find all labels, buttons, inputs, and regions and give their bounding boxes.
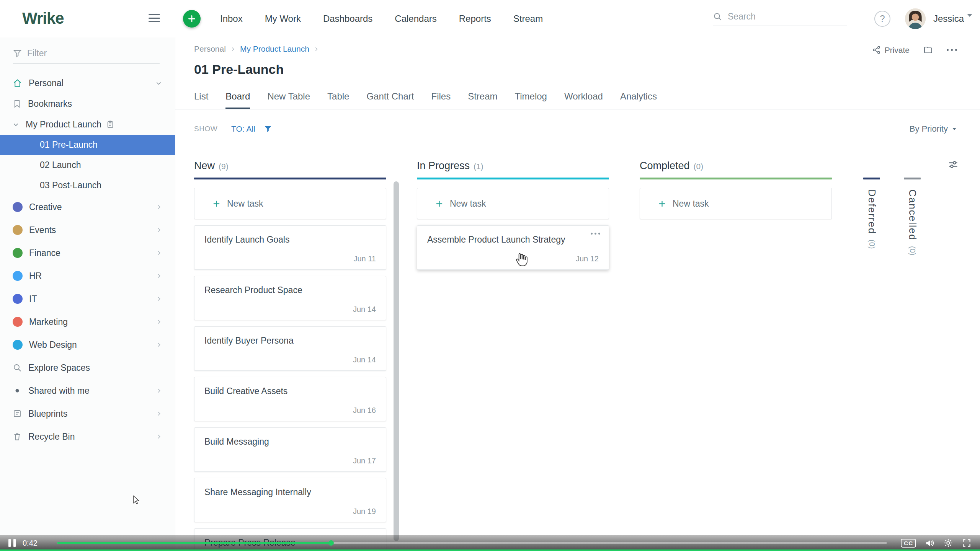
- tab-list[interactable]: List: [194, 91, 208, 109]
- tab-gantt-chart[interactable]: Gantt Chart: [366, 91, 414, 109]
- nav-item-stream[interactable]: Stream: [513, 13, 543, 24]
- board-column-new: New (9) New task Identify Launch Goals J…: [194, 160, 386, 551]
- task-card[interactable]: Identify Buyer Persona Jun 14: [194, 326, 386, 371]
- sort-by-priority-dropdown[interactable]: By Priority: [910, 124, 957, 134]
- nav-item-inbox[interactable]: Inbox: [220, 13, 243, 24]
- task-card[interactable]: Build Messaging Jun 17: [194, 427, 386, 472]
- column-color-bar: [863, 178, 880, 179]
- tab-workload[interactable]: Workload: [564, 91, 603, 109]
- add-button[interactable]: [183, 10, 201, 28]
- private-button[interactable]: Private: [872, 46, 910, 55]
- avatar-image: [905, 8, 926, 29]
- card-more-icon[interactable]: [591, 233, 600, 235]
- new-task-button[interactable]: New task: [640, 188, 832, 219]
- filter-icon: [13, 49, 22, 58]
- chevron-right-icon: [156, 319, 162, 325]
- task-card[interactable]: Research Product Space Jun 14: [194, 276, 386, 320]
- tab-timelog[interactable]: Timelog: [515, 91, 547, 109]
- sidebar-item-explore-spaces[interactable]: Explore Spaces: [0, 356, 175, 379]
- sidebar-item-personal[interactable]: Personal: [0, 73, 175, 93]
- sidebar-item-marketing[interactable]: Marketing: [0, 310, 175, 333]
- more-menu-button[interactable]: [947, 49, 957, 51]
- top-nav: Wrike Inbox My Work Dashboards Calendars…: [0, 0, 980, 37]
- breadcrumb-personal[interactable]: Personal: [194, 44, 226, 54]
- sidebar-item-creative[interactable]: Creative: [0, 196, 175, 218]
- nav-item-reports[interactable]: Reports: [459, 13, 491, 24]
- tab-analytics[interactable]: Analytics: [620, 91, 657, 109]
- breadcrumb-my-product-launch[interactable]: My Product Launch: [240, 44, 309, 54]
- board-column-cancelled-collapsed[interactable]: Cancelled (0): [903, 160, 921, 255]
- captions-button[interactable]: CC: [901, 539, 916, 548]
- sidebar-item-my-product-launch[interactable]: My Product Launch: [0, 114, 175, 135]
- sidebar-item-hr[interactable]: HR: [0, 264, 175, 287]
- seek-handle[interactable]: [328, 540, 334, 546]
- chevron-right-icon: [156, 204, 162, 210]
- tab-table[interactable]: Table: [327, 91, 349, 109]
- new-task-button[interactable]: New task: [417, 188, 609, 219]
- card-list: Identify Launch Goals Jun 11 Research Pr…: [194, 225, 386, 551]
- tab-stream[interactable]: Stream: [468, 91, 497, 109]
- task-card[interactable]: Identify Launch Goals Jun 11: [194, 225, 386, 270]
- task-card[interactable]: Share Messaging Internally Jun 19: [194, 478, 386, 522]
- tab-files[interactable]: Files: [431, 91, 451, 109]
- sidebar-item-shared-with-me[interactable]: Shared with me: [0, 379, 175, 402]
- sidebar-filter-input[interactable]: [27, 48, 160, 59]
- sidebar-item-events[interactable]: Events: [0, 218, 175, 241]
- sidebar-item-02-launch[interactable]: 02 Launch: [0, 155, 175, 175]
- sidebar-item-01-pre-launch[interactable]: 01 Pre-Launch: [0, 135, 175, 155]
- seek-bar[interactable]: [57, 542, 887, 544]
- nav-item-calendars[interactable]: Calendars: [395, 13, 436, 24]
- help-button[interactable]: ?: [874, 11, 890, 27]
- sidebar-item-label: 01 Pre-Launch: [40, 140, 98, 150]
- filter-icon[interactable]: [264, 125, 272, 133]
- nav-item-my-work[interactable]: My Work: [265, 13, 301, 24]
- sidebar-item-finance[interactable]: Finance: [0, 241, 175, 264]
- new-task-button[interactable]: New task: [194, 188, 386, 219]
- show-to-filter[interactable]: TO: All: [231, 124, 255, 134]
- new-task-label: New task: [450, 199, 486, 209]
- avatar[interactable]: [905, 8, 926, 29]
- column-name: Cancelled: [906, 189, 918, 241]
- plus-icon: [187, 14, 197, 24]
- sidebar-item-web-design[interactable]: Web Design: [0, 333, 175, 356]
- task-card[interactable]: Build Creative Assets Jun 16: [194, 377, 386, 421]
- tab-board[interactable]: Board: [225, 91, 250, 109]
- sidebar-item-blueprints[interactable]: Blueprints: [0, 402, 175, 425]
- task-due-date: Jun 14: [353, 305, 376, 314]
- column-header: Completed (0): [640, 160, 832, 173]
- space-icon-finance: [13, 248, 23, 258]
- plus-icon: [212, 199, 221, 208]
- search-box: [713, 11, 847, 26]
- column-header: In Progress (1): [417, 160, 609, 173]
- pause-button[interactable]: [8, 539, 16, 547]
- board-column-deferred-collapsed[interactable]: Deferred (0): [862, 160, 881, 249]
- task-due-date: Jun 14: [353, 355, 376, 364]
- nav-item-dashboards[interactable]: Dashboards: [323, 13, 372, 24]
- folder-button[interactable]: [923, 45, 933, 55]
- sort-label: By Priority: [910, 124, 948, 134]
- wrike-logo[interactable]: Wrike: [22, 9, 64, 28]
- sidebar-item-03-post-launch[interactable]: 03 Post-Launch: [0, 175, 175, 196]
- user-name[interactable]: Jessica: [933, 13, 964, 24]
- volume-icon[interactable]: [924, 538, 935, 548]
- chevron-down-icon: [13, 121, 19, 128]
- sidebar-item-recycle-bin[interactable]: Recycle Bin: [0, 425, 175, 448]
- sidebar-item-it[interactable]: IT: [0, 287, 175, 310]
- sidebar-item-label: My Product Launch: [26, 119, 101, 130]
- filter-bar: SHOW TO: All By Priority: [194, 124, 957, 134]
- search-input[interactable]: [728, 11, 847, 22]
- hamburger-menu-icon[interactable]: [149, 14, 160, 22]
- board-settings-icon[interactable]: [948, 159, 959, 171]
- plus-icon: [658, 199, 666, 208]
- column-scrollbar[interactable]: [394, 181, 399, 541]
- column-count: (1): [474, 162, 483, 171]
- sidebar-item-label: Finance: [29, 248, 60, 258]
- task-title: Research Product Space: [204, 285, 302, 295]
- tab-new-table[interactable]: New Table: [267, 91, 310, 109]
- chevron-down-icon[interactable]: [967, 17, 972, 24]
- sidebar-item-label: Recycle Bin: [28, 432, 75, 442]
- gear-icon[interactable]: [943, 538, 953, 548]
- fullscreen-icon[interactable]: [962, 538, 972, 548]
- task-card[interactable]: Assemble Product Launch Strategy Jun 12: [417, 225, 609, 270]
- sidebar-item-bookmarks[interactable]: Bookmarks: [0, 93, 175, 114]
